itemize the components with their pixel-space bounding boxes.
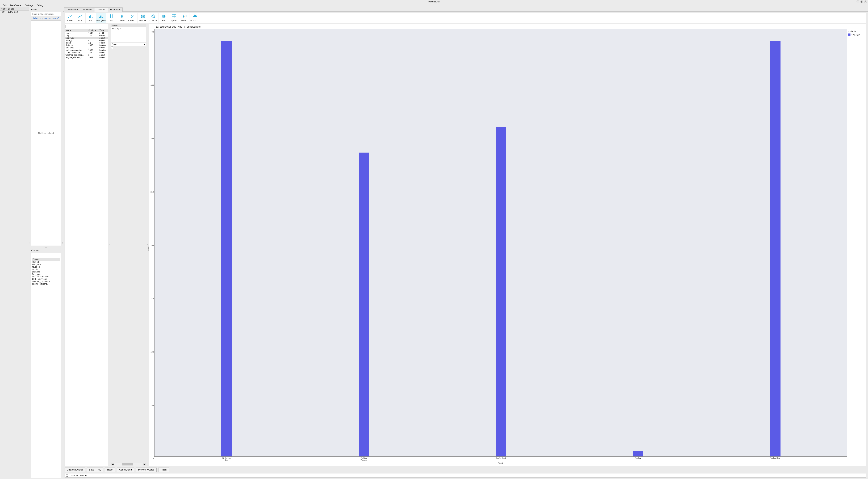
chart-panel: _10: count over ship_type (all observati… <box>149 24 866 466</box>
btn-finish[interactable]: Finish <box>158 468 169 472</box>
dataframe-list: Name Shape _10 1,440 x 10 <box>0 7 29 479</box>
chart-type-histogram[interactable]: Histogram <box>96 13 106 23</box>
menu-edit[interactable]: Edit <box>1 4 8 7</box>
column-item[interactable]: CO2_emissions <box>32 278 60 280</box>
chart-bar[interactable] <box>221 41 232 456</box>
var-row[interactable]: distance1398float64 <box>65 44 108 46</box>
menu-settings[interactable]: Settings <box>23 4 35 7</box>
chart-bar[interactable] <box>359 153 369 456</box>
splitter-h1[interactable]: — <box>31 247 61 248</box>
nav-header-shape: Shape <box>7 7 29 10</box>
chart-type-box[interactable]: Box <box>106 13 117 23</box>
column-item[interactable]: route_id <box>32 266 60 268</box>
chart-type-contour[interactable]: Contour <box>148 13 158 23</box>
btn-custom-kwargs[interactable]: Custom Kwargs <box>65 468 85 472</box>
y-axis-ticks: 400350300250200150100500 <box>151 29 154 464</box>
btn-save-html[interactable]: Save HTML <box>87 468 103 472</box>
var-row[interactable]: weather_conditions3object <box>65 54 108 56</box>
value-row[interactable] <box>111 33 146 36</box>
tab-grapher[interactable]: Grapher <box>94 7 108 12</box>
svg-rect-35 <box>174 14 176 16</box>
chart-type-splom[interactable]: Splom <box>169 13 179 23</box>
chart-bar[interactable] <box>770 41 780 456</box>
var-row[interactable]: CO2_emissions1440float64 <box>65 52 108 54</box>
value-checkbox[interactable] <box>111 46 113 49</box>
svg-point-18 <box>133 15 134 15</box>
tab-statistics[interactable]: Statistics <box>80 7 94 12</box>
chart-bar[interactable] <box>633 451 643 456</box>
value-select[interactable]: None <box>111 43 146 46</box>
var-row[interactable]: month12object <box>65 42 108 44</box>
menu-debug[interactable]: Debug <box>35 4 45 7</box>
menu-dataframe[interactable]: DataFrame <box>8 4 23 7</box>
console-checkbox[interactable] <box>66 474 68 477</box>
scroll-left-icon[interactable]: ◀ <box>111 463 114 466</box>
value-hscroll[interactable]: ◀ ▶ <box>111 463 146 466</box>
column-item[interactable]: engine_efficiency <box>32 283 60 285</box>
var-header[interactable]: Type <box>99 29 107 32</box>
chart-type-word-cloud[interactable]: Word Cloud <box>190 13 200 23</box>
column-item[interactable]: weather_conditions <box>32 280 60 283</box>
chart-type-heatmap[interactable]: Heatmap <box>138 13 148 23</box>
value-header: Value <box>111 24 146 27</box>
var-row[interactable]: index1440int64 <box>65 32 108 35</box>
content-tabs: DataFrameStatisticsGrapherReshaper <box>63 7 868 12</box>
tab-dataframe[interactable]: DataFrame <box>64 7 81 12</box>
btn-reset[interactable]: Reset <box>105 468 115 472</box>
var-header[interactable]: #Unique <box>88 29 99 32</box>
x-axis-labels: Oil Service BoatFishing TrawlerSurfer Bo… <box>154 457 847 461</box>
chart-type-scatter-3d[interactable]: Scatter 3D <box>127 13 138 23</box>
chart-legend: variable ship_type <box>847 29 865 464</box>
chart-plot-area[interactable] <box>154 29 847 457</box>
value-row[interactable] <box>111 39 146 42</box>
var-row[interactable]: fuel_consumption1439float64 <box>65 49 108 52</box>
svg-rect-41 <box>185 16 185 17</box>
maximize-button[interactable]: ◻ <box>860 0 863 3</box>
scroll-right-icon[interactable]: ▶ <box>143 463 146 466</box>
menubar: Edit DataFrame Settings Debug <box>0 3 868 7</box>
scroll-thumb[interactable] <box>122 463 133 466</box>
svg-point-2 <box>70 16 71 17</box>
splitter-v3[interactable]: ⋮ <box>109 24 110 466</box>
chart-type-scatter[interactable]: Scatter <box>65 13 75 23</box>
column-item[interactable]: ship_id <box>32 261 60 263</box>
svg-rect-10 <box>101 16 102 18</box>
svg-point-20 <box>133 17 133 18</box>
console-row: Grapher Console <box>65 473 866 478</box>
var-row[interactable]: ship_id120object <box>65 34 108 37</box>
value-row[interactable]: ship_type <box>111 27 146 30</box>
chart-type-bar[interactable]: Bar <box>86 13 96 23</box>
var-row[interactable]: fuel_type2object <box>65 46 108 49</box>
var-search[interactable] <box>65 25 107 28</box>
chart-bar[interactable] <box>496 127 506 456</box>
column-item[interactable]: fuel_consumption <box>32 276 60 278</box>
nav-row[interactable]: _10 1,440 x 10 <box>0 10 29 13</box>
btn-preview-kwargs[interactable]: Preview Kwargs <box>136 468 157 472</box>
value-row[interactable] <box>111 30 146 33</box>
splitter-v4[interactable]: ⋮ <box>147 24 148 466</box>
var-row[interactable]: ship_type4object <box>65 37 108 39</box>
var-row[interactable]: engine_efficiency1089float64 <box>65 56 108 59</box>
btn-code-export[interactable]: Code Export <box>117 468 134 472</box>
minimize-button[interactable]: – <box>857 0 859 3</box>
filters-help-link[interactable]: What's a query expression? <box>31 17 61 20</box>
chart-type-line[interactable]: Line <box>75 13 86 23</box>
app-title: PandasGUI <box>429 1 439 3</box>
var-row[interactable]: route_id4object <box>65 39 108 42</box>
legend-series: ship_type <box>851 33 860 36</box>
filters-input[interactable] <box>31 12 61 16</box>
column-item[interactable]: fuel_type <box>32 273 60 276</box>
close-button[interactable]: ✕ <box>864 0 867 3</box>
svg-rect-43 <box>186 15 186 17</box>
columns-search[interactable] <box>32 254 60 257</box>
chart-type-violin[interactable]: Violin <box>117 13 127 23</box>
column-item[interactable]: ship_type <box>32 263 60 266</box>
chart-type-pie[interactable]: Pie <box>158 13 169 23</box>
value-row[interactable] <box>111 36 146 39</box>
tab-reshaper[interactable]: Reshaper <box>107 7 123 12</box>
svg-rect-34 <box>172 14 174 16</box>
chart-type-candlesti-[interactable]: Candlesti... <box>179 13 190 23</box>
column-item[interactable]: month <box>32 268 60 270</box>
column-item[interactable]: distance <box>32 270 60 273</box>
var-header[interactable]: Name <box>65 29 88 32</box>
